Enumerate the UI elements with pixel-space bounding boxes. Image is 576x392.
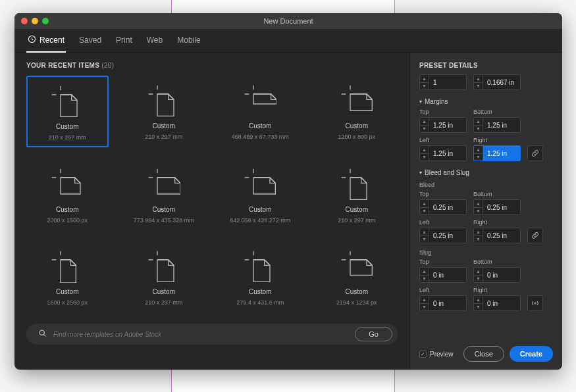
- slug-right-input[interactable]: [483, 296, 520, 310]
- slug-top-stepper[interactable]: ▲▼: [419, 267, 467, 283]
- columns-stepper[interactable]: ▲▼: [419, 74, 467, 90]
- stepper-up-icon[interactable]: ▲: [420, 268, 429, 276]
- bleed-right-input[interactable]: [483, 228, 520, 243]
- preset-item[interactable]: Custom1600 x 2560 px: [26, 241, 109, 312]
- stepper-up-icon[interactable]: ▲: [420, 75, 429, 83]
- bleed-top-stepper[interactable]: ▲▼: [419, 199, 467, 215]
- margin-bottom-stepper[interactable]: ▲▼: [473, 117, 521, 133]
- preset-title: Custom: [56, 123, 78, 130]
- link-bleed-button[interactable]: [527, 228, 543, 243]
- margin-left-stepper[interactable]: ▲▼: [419, 145, 467, 161]
- stepper-up-icon[interactable]: ▲: [420, 296, 429, 304]
- preset-title: Custom: [56, 206, 78, 213]
- stepper-down-icon[interactable]: ▼: [420, 276, 429, 283]
- preset-dimensions: 2000 x 1500 px: [47, 217, 88, 224]
- stepper-down-icon[interactable]: ▼: [420, 126, 429, 133]
- stepper-up-icon[interactable]: ▲: [474, 146, 483, 154]
- slug-left-stepper[interactable]: ▲▼: [419, 295, 467, 311]
- stepper-down-icon[interactable]: ▼: [420, 208, 429, 215]
- preset-dimensions: 642.056 x 428.272 mm: [230, 217, 290, 224]
- margin-right-input[interactable]: [483, 146, 520, 160]
- window-minimize-button[interactable]: [32, 18, 38, 24]
- tab-saved[interactable]: Saved: [78, 30, 103, 52]
- bleed-right-stepper[interactable]: ▲▼: [473, 228, 521, 243]
- template-search-input[interactable]: [53, 331, 348, 338]
- clock-icon: [28, 35, 36, 45]
- link-slug-button[interactable]: [527, 295, 543, 311]
- tab-web[interactable]: Web: [145, 30, 164, 52]
- margin-top-input[interactable]: [429, 118, 466, 132]
- tab-label: Mobile: [177, 36, 200, 45]
- slug-right-stepper[interactable]: ▲▼: [473, 295, 521, 311]
- preset-item[interactable]: Custom279.4 x 431.8 mm: [219, 241, 301, 312]
- bleed-bottom-stepper[interactable]: ▲▼: [473, 199, 521, 215]
- bleed-left-input[interactable]: [429, 228, 466, 243]
- preset-item[interactable]: Custom2194 x 1234 px: [316, 241, 398, 312]
- margin-top-stepper[interactable]: ▲▼: [419, 117, 467, 133]
- bleed-slug-section-toggle[interactable]: ▾ Bleed and Slug: [419, 169, 553, 176]
- create-button[interactable]: Create: [510, 346, 553, 362]
- preset-item[interactable]: Custom468.489 x 67.733 mm: [219, 76, 301, 147]
- search-go-button[interactable]: Go: [355, 327, 392, 341]
- preset-item[interactable]: Custom642.056 x 428.272 mm: [219, 159, 301, 230]
- slug-left-input[interactable]: [429, 296, 466, 310]
- preset-title: Custom: [346, 206, 368, 213]
- stepper-down-icon[interactable]: ▼: [474, 304, 483, 311]
- preset-item[interactable]: Custom210 x 297 mm: [123, 241, 205, 312]
- stepper-down-icon[interactable]: ▼: [420, 83, 429, 90]
- margin-right-stepper[interactable]: ▲▼: [473, 145, 521, 161]
- document-icon: [147, 166, 180, 202]
- stepper-down-icon[interactable]: ▼: [420, 304, 429, 311]
- preset-item[interactable]: Custom1200 x 800 px: [316, 76, 398, 147]
- stepper-up-icon[interactable]: ▲: [474, 200, 483, 208]
- stepper-down-icon[interactable]: ▼: [474, 154, 483, 161]
- window-maximize-button[interactable]: [42, 18, 49, 24]
- tab-mobile[interactable]: Mobile: [176, 30, 201, 52]
- margin-left-input[interactable]: [429, 146, 466, 160]
- stepper-up-icon[interactable]: ▲: [474, 296, 483, 304]
- preview-checkbox[interactable]: ✓ Preview: [419, 351, 454, 358]
- stepper-down-icon[interactable]: ▼: [474, 276, 483, 283]
- stepper-up-icon[interactable]: ▲: [474, 268, 483, 276]
- window-close-button[interactable]: [21, 18, 28, 24]
- columns-input[interactable]: [429, 75, 466, 89]
- slug-bottom-label: Bottom: [473, 258, 521, 265]
- stepper-down-icon[interactable]: ▼: [474, 236, 483, 243]
- stepper-up-icon[interactable]: ▲: [420, 146, 429, 154]
- slug-top-input[interactable]: [429, 268, 466, 282]
- bleed-bottom-input[interactable]: [483, 200, 520, 214]
- stepper-up-icon[interactable]: ▲: [420, 118, 429, 126]
- margin-bottom-input[interactable]: [483, 118, 520, 132]
- preset-title: Custom: [153, 288, 175, 295]
- stepper-down-icon[interactable]: ▼: [420, 236, 429, 243]
- stepper-up-icon[interactable]: ▲: [474, 228, 483, 236]
- tab-recent[interactable]: Recent: [26, 29, 66, 53]
- gutter-input[interactable]: [483, 75, 520, 89]
- stepper-down-icon[interactable]: ▼: [474, 83, 483, 90]
- stepper-down-icon[interactable]: ▼: [420, 154, 429, 161]
- stepper-down-icon[interactable]: ▼: [474, 126, 483, 133]
- stepper-up-icon[interactable]: ▲: [420, 228, 429, 236]
- slug-bottom-stepper[interactable]: ▲▼: [473, 267, 521, 283]
- margin-bottom-label: Bottom: [473, 109, 521, 115]
- stepper-up-icon[interactable]: ▲: [474, 75, 483, 83]
- bleed-left-stepper[interactable]: ▲▼: [419, 228, 467, 243]
- preset-item[interactable]: Custom2000 x 1500 px: [26, 159, 109, 230]
- link-margins-button[interactable]: [527, 145, 543, 161]
- preset-title: Custom: [346, 288, 368, 295]
- preset-item[interactable]: Custom210 x 297 mm: [26, 76, 109, 147]
- template-search-bar: Go: [26, 324, 398, 345]
- preset-item[interactable]: Custom210 x 297 mm: [123, 76, 205, 147]
- margins-section-toggle[interactable]: ▾ Margins: [419, 98, 553, 105]
- tab-print[interactable]: Print: [115, 30, 134, 52]
- gutter-stepper[interactable]: ▲▼: [473, 74, 521, 90]
- document-icon: [340, 166, 373, 202]
- close-button[interactable]: Close: [463, 346, 504, 362]
- stepper-down-icon[interactable]: ▼: [474, 208, 483, 215]
- slug-bottom-input[interactable]: [483, 268, 520, 282]
- stepper-up-icon[interactable]: ▲: [420, 200, 429, 208]
- preset-item[interactable]: Custom210 x 297 mm: [316, 159, 398, 230]
- bleed-top-input[interactable]: [429, 200, 466, 214]
- preset-item[interactable]: Custom773.994 x 435.328 mm: [123, 159, 205, 230]
- stepper-up-icon[interactable]: ▲: [474, 118, 483, 126]
